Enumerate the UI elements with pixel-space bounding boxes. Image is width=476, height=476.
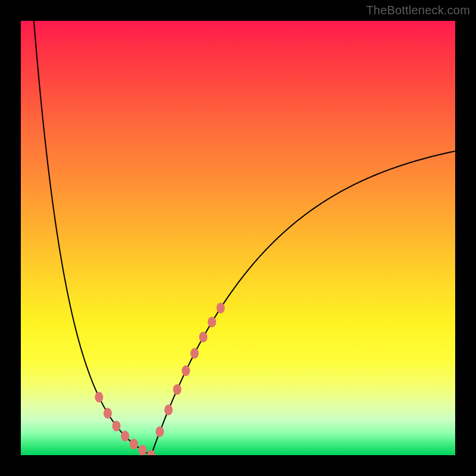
data-dot [147,450,155,455]
curve-layer [21,21,455,455]
data-dot [217,303,225,314]
data-dot [199,331,208,342]
data-dot [156,426,164,437]
data-dot [164,405,173,415]
data-dot [173,384,181,395]
data-dot [121,431,129,441]
data-dot [138,445,146,455]
data-dot [190,348,199,359]
chart-container: TheBottleneck.com [0,0,476,476]
data-dot [130,439,138,449]
data-dot [181,365,190,376]
watermark-text: TheBottleneck.com [366,4,470,17]
plot-area [21,21,455,455]
data-dot [208,317,216,327]
data-dots [95,303,224,455]
data-dot [112,421,121,431]
data-dot [95,392,103,402]
bottleneck-curve [34,21,455,455]
data-dot [104,408,112,419]
